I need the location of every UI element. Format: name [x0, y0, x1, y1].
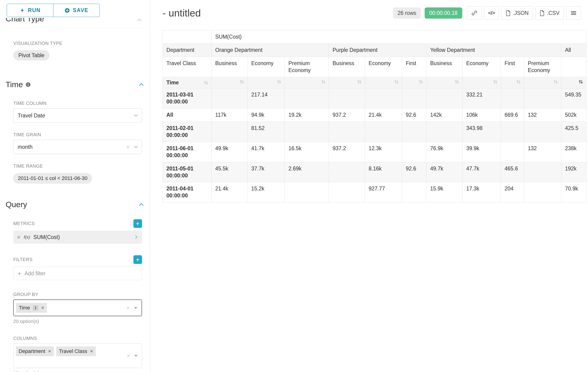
add-filter-plus-button[interactable]: +: [133, 255, 142, 264]
metrics-label: METRICS: [13, 221, 35, 226]
group-by-label: GROUP BY: [13, 292, 142, 297]
menu-button[interactable]: [566, 6, 581, 20]
plus-icon: +: [18, 270, 21, 276]
remove-chip-icon[interactable]: ×: [41, 305, 44, 310]
sort-icon[interactable]: [578, 79, 583, 85]
column-sort-cell[interactable]: [524, 77, 561, 88]
chevron-down-icon: [133, 144, 138, 149]
column-sort-cell[interactable]: [462, 77, 501, 88]
pivot-value-cell: [365, 122, 402, 142]
visualization-type-value[interactable]: Pivot Table: [13, 50, 50, 60]
pivot-value-cell: 117k: [211, 109, 248, 122]
column-sort-cell[interactable]: [211, 77, 248, 88]
run-button-label: RUN: [28, 7, 41, 13]
clear-icon[interactable]: ×: [127, 353, 130, 359]
pivot-value-cell: [329, 162, 365, 182]
row-header: 2011-05-01 00:00:00: [163, 162, 211, 182]
time-grain-select[interactable]: month ×: [13, 140, 142, 154]
pivot-value-cell: [329, 122, 365, 142]
sort-icon[interactable]: [239, 79, 244, 85]
group-by-chip-label: Time: [19, 305, 30, 311]
column-sort-cell[interactable]: [561, 77, 586, 88]
sort-icon[interactable]: [516, 79, 521, 85]
sort-icon[interactable]: [357, 79, 362, 85]
info-icon[interactable]: [26, 82, 31, 87]
table-row: 2011-04-01 00:00:0021.4k15.2k927.7715.9k…: [163, 182, 586, 202]
metric-item[interactable]: × f(x) SUM(Cost): [13, 231, 142, 244]
pivot-value-cell: 549.35: [561, 88, 586, 109]
sort-icon[interactable]: [553, 79, 558, 85]
add-metric-button[interactable]: +: [133, 219, 142, 228]
chevron-up-icon[interactable]: [136, 18, 142, 24]
pivot-value-cell: [285, 88, 329, 109]
pivot-value-cell: 204: [501, 182, 524, 202]
time-section-header[interactable]: Time: [6, 80, 144, 89]
sort-icon[interactable]: [454, 79, 460, 85]
clear-icon[interactable]: ×: [126, 305, 130, 311]
pivot-value-cell: [329, 182, 365, 202]
pivot-value-cell: [427, 122, 462, 142]
export-json-button[interactable]: .JSON: [501, 6, 533, 20]
remove-chip-icon[interactable]: ×: [48, 349, 51, 354]
pivot-value-cell: 39.9k: [462, 142, 501, 162]
pivot-value-cell: 217.14: [248, 88, 285, 109]
sort-icon[interactable]: [493, 79, 498, 85]
column-sort-cell[interactable]: [365, 77, 402, 88]
remove-chip-icon[interactable]: ×: [90, 349, 93, 354]
pivot-value-cell: 19.2k: [285, 109, 329, 122]
sort-icon[interactable]: [321, 79, 326, 85]
query-section-header[interactable]: Query: [6, 200, 144, 209]
file-icon: [506, 10, 511, 16]
sort-icon[interactable]: [277, 79, 282, 85]
time-column-label: TIME COLUMN: [13, 101, 142, 106]
view-query-button[interactable]: </>: [484, 6, 499, 20]
remove-metric-icon[interactable]: ×: [17, 234, 21, 240]
column-sort-cell[interactable]: [329, 77, 365, 88]
chevron-right-icon: [134, 234, 139, 240]
chevron-up-icon[interactable]: [138, 82, 144, 88]
save-button-label: SAVE: [73, 7, 88, 13]
time-range-value[interactable]: 2011-01-01 ≤ col < 2011-06-30: [13, 173, 92, 184]
pivot-value-cell: 142k: [427, 109, 462, 122]
chevron-down-icon: [133, 353, 138, 358]
pivot-value-cell: [402, 182, 427, 202]
run-button[interactable]: RUN: [7, 4, 53, 17]
chart-type-heading: Chart Type: [6, 18, 144, 23]
pivot-table: SUM(Cost)DepartmentOrange DepartmentPurp…: [162, 30, 586, 202]
travel-class-header: Business: [427, 57, 462, 77]
column-sort-cell[interactable]: [427, 77, 462, 88]
pivot-value-cell: 2.69k: [285, 162, 329, 182]
row-dimension-sort-cell[interactable]: Time: [163, 77, 211, 88]
column-sort-cell[interactable]: [285, 77, 329, 88]
query-section-heading: Query: [6, 200, 27, 209]
pivot-value-cell: 132: [524, 142, 561, 162]
columns-select[interactable]: Department × Travel Class × ×: [13, 343, 142, 368]
pivot-value-cell: 937.2: [329, 142, 365, 162]
sort-icon[interactable]: [394, 79, 399, 85]
code-icon: </>: [488, 10, 495, 16]
column-sort-cell[interactable]: [402, 77, 427, 88]
copy-link-button[interactable]: [467, 6, 482, 20]
info-icon[interactable]: i: [33, 305, 38, 311]
table-row: 2011-05-01 00:00:0045.5k37.7k2.69k8.16k9…: [163, 162, 586, 182]
group-by-select[interactable]: Time i × ×: [13, 299, 142, 316]
chevron-up-icon[interactable]: [138, 202, 144, 208]
export-csv-button[interactable]: .CSV: [535, 6, 564, 20]
save-button[interactable]: SAVE: [53, 4, 100, 17]
pivot-value-cell: 927.77: [365, 182, 402, 202]
metric-header: SUM(Cost): [211, 31, 586, 44]
pivot-corner-cell: [163, 31, 211, 44]
pivot-value-cell: [501, 142, 524, 162]
pivot-value-cell: 502k: [561, 109, 586, 122]
function-icon: f(x): [24, 234, 30, 240]
add-filter-button[interactable]: + Add filter: [13, 267, 142, 280]
column-sort-cell[interactable]: [248, 77, 285, 88]
sort-icon[interactable]: [203, 80, 209, 85]
time-column-select[interactable]: Travel Date: [13, 108, 142, 123]
table-row: All117k94.9k19.2k937.221.4k92.6142k106k6…: [163, 109, 586, 122]
pivot-value-cell: 238k: [561, 142, 586, 162]
column-sort-cell[interactable]: [501, 77, 524, 88]
clear-icon[interactable]: ×: [126, 144, 130, 150]
pivot-value-cell: 45.5k: [211, 162, 248, 182]
sort-icon[interactable]: [418, 79, 423, 85]
